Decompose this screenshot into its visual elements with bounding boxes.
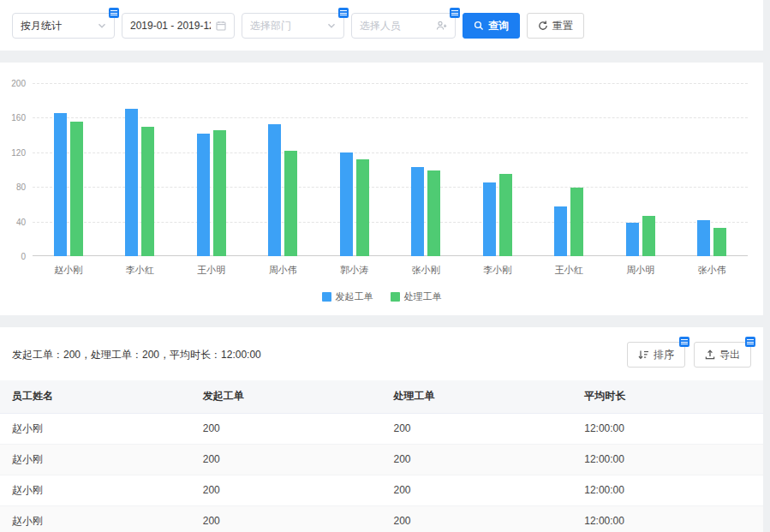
reset-button-label: 重置 xyxy=(552,19,573,33)
table-cell: 200 xyxy=(382,413,573,444)
annotation-badge xyxy=(109,8,119,18)
chart-bar[interactable] xyxy=(626,223,639,256)
x-axis-label: 张小刚 xyxy=(391,264,463,277)
bar-group xyxy=(605,83,677,256)
table-cell: 赵小刚 xyxy=(0,444,191,475)
table-cell: 200 xyxy=(382,505,573,532)
annotation-badge xyxy=(450,8,460,18)
export-button[interactable]: 导出 xyxy=(694,342,751,368)
chart-bar[interactable] xyxy=(697,220,710,256)
x-axis-label: 王小红 xyxy=(534,264,606,277)
date-range-value: 2019-01 - 2019-12 xyxy=(130,20,211,32)
chevron-down-icon xyxy=(327,21,336,30)
y-axis-label: 200 xyxy=(11,79,26,88)
chart-bar[interactable] xyxy=(268,124,281,256)
chart-bar[interactable] xyxy=(554,206,567,256)
chart-legend: 发起工单处理工单 xyxy=(0,290,763,303)
period-select[interactable]: 按月统计 xyxy=(12,13,115,39)
chart-bar[interactable] xyxy=(483,182,496,256)
chart-bar[interactable] xyxy=(499,174,512,256)
bar-group xyxy=(104,83,176,256)
department-select[interactable]: 选择部门 xyxy=(242,13,344,39)
table-cell: 赵小刚 xyxy=(0,413,191,444)
sort-button[interactable]: 排序 xyxy=(627,342,685,368)
table-cell: 12:00:00 xyxy=(572,475,763,505)
legend-item[interactable]: 发起工单 xyxy=(322,290,373,303)
annotation-badge xyxy=(745,337,755,347)
table-cell: 12:00:00 xyxy=(572,444,763,475)
table-cell: 200 xyxy=(382,475,573,505)
chart-bar[interactable] xyxy=(642,216,655,256)
chart-bar[interactable] xyxy=(356,159,369,256)
table-cell: 12:00:00 xyxy=(572,413,763,444)
results-panel: 发起工单：200，处理工单：200，平均时长：12:00:00 排序 导出 xyxy=(0,327,763,532)
chart-bar[interactable] xyxy=(570,188,583,256)
chart-bar[interactable] xyxy=(125,109,138,256)
x-axis-label: 赵小刚 xyxy=(33,264,104,277)
table-cell: 200 xyxy=(382,444,573,475)
table-cell: 赵小刚 xyxy=(0,505,191,532)
annotation-badge xyxy=(679,337,689,347)
bar-group xyxy=(33,83,104,256)
y-axis-label: 0 xyxy=(21,252,26,261)
bar-group xyxy=(319,83,391,256)
bar-group xyxy=(176,83,248,256)
table-cell: 200 xyxy=(191,413,382,444)
sort-descending-icon xyxy=(638,350,649,360)
chart-bar[interactable] xyxy=(213,130,226,256)
chart-bar[interactable] xyxy=(70,122,83,256)
period-select-value: 按月统计 xyxy=(21,19,93,33)
table-row: 赵小刚20020012:00:00 xyxy=(0,413,763,444)
summary-text: 发起工单：200，处理工单：200，平均时长：12:00:00 xyxy=(12,348,261,362)
table-row: 赵小刚20020012:00:00 xyxy=(0,475,763,505)
legend-item[interactable]: 处理工单 xyxy=(391,290,442,303)
x-axis-label: 张小伟 xyxy=(677,264,749,277)
bar-group xyxy=(534,83,606,256)
query-button[interactable]: 查询 xyxy=(463,13,520,39)
table-row: 赵小刚20020012:00:00 xyxy=(0,505,763,532)
x-axis-label: 王小明 xyxy=(176,264,248,277)
calendar-icon xyxy=(216,21,226,31)
legend-label: 处理工单 xyxy=(404,290,442,303)
legend-label: 发起工单 xyxy=(336,290,373,303)
search-icon xyxy=(474,21,484,31)
chart-bar[interactable] xyxy=(427,170,440,256)
table-header-cell: 员工姓名 xyxy=(0,380,191,413)
person-input[interactable]: 选择人员 xyxy=(351,13,456,39)
date-range-input[interactable]: 2019-01 - 2019-12 xyxy=(122,13,235,39)
query-button-label: 查询 xyxy=(488,19,509,33)
table-cell: 12:00:00 xyxy=(572,505,763,532)
bar-group xyxy=(391,83,463,256)
bar-group xyxy=(248,83,319,256)
x-axis-label: 周小明 xyxy=(605,264,677,277)
chart-bar[interactable] xyxy=(411,167,424,256)
table-cell: 赵小刚 xyxy=(0,475,191,505)
chart-bar[interactable] xyxy=(141,127,154,257)
y-axis-label: 40 xyxy=(16,217,26,226)
chart-bar[interactable] xyxy=(54,113,67,256)
summary-bar: 发起工单：200，处理工单：200，平均时长：12:00:00 排序 导出 xyxy=(0,327,763,380)
y-axis-label: 80 xyxy=(16,182,26,192)
chart-card: 04080120160200 赵小刚李小红王小明周小伟郭小涛张小刚李小刚王小红周… xyxy=(0,63,763,315)
chart-bar[interactable] xyxy=(197,134,210,256)
x-axis-label: 周小伟 xyxy=(248,264,319,277)
chart-bar[interactable] xyxy=(340,152,353,256)
chart-bar[interactable] xyxy=(284,151,297,256)
chart-bar[interactable] xyxy=(713,228,726,256)
table-header-cell: 处理工单 xyxy=(382,380,573,413)
bar-group xyxy=(677,83,749,256)
chevron-down-icon xyxy=(98,21,106,30)
table-cell: 200 xyxy=(191,505,382,532)
reset-button[interactable]: 重置 xyxy=(527,13,584,39)
user-add-icon xyxy=(436,21,447,31)
department-select-placeholder: 选择部门 xyxy=(250,19,322,33)
table-body: 赵小刚20020012:00:00赵小刚20020012:00:00赵小刚200… xyxy=(0,413,763,532)
export-icon xyxy=(705,350,715,360)
x-axis-label: 李小红 xyxy=(104,264,176,277)
person-input-placeholder: 选择人员 xyxy=(360,19,431,33)
table-cell: 200 xyxy=(191,475,382,505)
data-table: 员工姓名发起工单处理工单平均时长 赵小刚20020012:00:00赵小刚200… xyxy=(0,380,763,532)
toolbar: 按月统计 2019-01 - 2019-12 选择部门 选择人员 xyxy=(0,0,763,51)
table-header-cell: 平均时长 xyxy=(572,380,763,413)
x-axis-labels: 赵小刚李小红王小明周小伟郭小涛张小刚李小刚王小红周小明张小伟 xyxy=(33,256,748,277)
